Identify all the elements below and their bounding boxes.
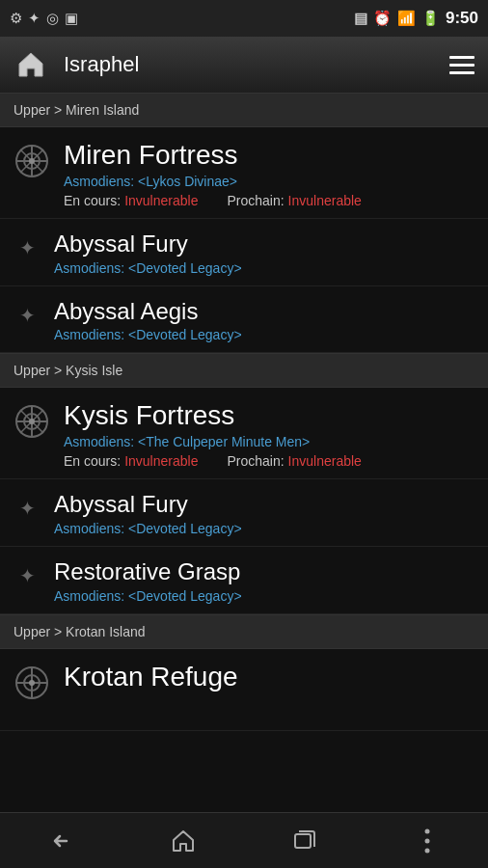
item-title: Abyssal Fury	[54, 491, 474, 519]
menu-button[interactable]	[449, 56, 474, 74]
section-label-krotan: Upper > Krotan Island	[14, 624, 146, 639]
next-value: Invulnerable	[288, 453, 362, 469]
status-value: Invulnerable	[124, 193, 198, 208]
item-content: Miren Fortress Asmodiens: <Lykos Divinae…	[64, 141, 474, 208]
item-content: Restorative Grasp Asmodiens: <Devoted Le…	[54, 558, 474, 604]
circle-icon: ◎	[46, 10, 59, 27]
item-icon: ✦	[14, 302, 41, 329]
fortress-icon	[14, 403, 50, 440]
next-label: Prochain:	[227, 193, 284, 208]
image-icon: ▣	[65, 10, 78, 27]
status-icons-right: ▤ ⏰ 📶 🔋 9:50	[354, 9, 478, 28]
item-content: Abyssal Fury Asmodiens: <Devoted Legacy>	[54, 231, 474, 276]
svg-point-20	[424, 828, 429, 833]
item-status-row: En cours: Invulnerable Prochain: Invulne…	[64, 453, 474, 469]
section-label-kysis: Upper > Kysis Isle	[14, 363, 122, 378]
alarm-icon: ⏰	[373, 10, 392, 27]
item-content: Kysis Fortress Asmodiens: <The Culpeper …	[64, 401, 474, 469]
svg-point-6	[29, 158, 35, 164]
status-value: Invulnerable	[124, 453, 198, 469]
item-subtitle: Asmodiens: <Devoted Legacy>	[54, 260, 474, 276]
item-icon: ✦	[14, 562, 41, 589]
list-item[interactable]: Miren Fortress Asmodiens: <Lykos Divinae…	[0, 127, 488, 219]
svg-point-18	[29, 680, 35, 686]
svg-rect-19	[295, 834, 311, 848]
item-title: Miren Fortress	[64, 141, 474, 171]
svg-point-13	[29, 419, 35, 424]
item-title: Abyssal Fury	[54, 231, 474, 258]
item-subtitle: Asmodiens: <Devoted Legacy>	[54, 327, 474, 342]
section-label-miren: Upper > Miren Island	[14, 102, 139, 118]
list-item[interactable]: ✦ Abyssal Fury Asmodiens: <Devoted Legac…	[0, 479, 488, 547]
section-header-kysis: Upper > Kysis Isle	[0, 353, 488, 388]
item-icon: ✦	[14, 495, 41, 522]
status-label: En cours:	[64, 453, 121, 469]
status-label: En cours:	[64, 193, 121, 208]
item-status-row: En cours: Invulnerable Prochain: Invulne…	[64, 193, 474, 208]
status-time: 9:50	[446, 9, 478, 28]
usb2-icon: ✦	[28, 10, 41, 27]
item-title: Krotan Refuge	[64, 663, 474, 692]
signal-icon: 📶	[397, 10, 416, 27]
item-title: Restorative Grasp	[54, 558, 474, 586]
item-subtitle: Asmodiens: <Lykos Divinae>	[64, 174, 474, 189]
recent-apps-button[interactable]	[244, 813, 366, 868]
home-nav-button[interactable]	[122, 813, 245, 868]
svg-point-22	[424, 848, 429, 853]
main-content: Upper > Miren Island Miren Fortress Asmo…	[0, 93, 488, 812]
item-content: Abyssal Aegis Asmodiens: <Devoted Legacy…	[54, 298, 474, 343]
list-item[interactable]: Krotan Refuge	[0, 649, 488, 731]
list-item[interactable]: ✦ Restorative Grasp Asmodiens: <Devoted …	[0, 547, 488, 614]
fortress-icon	[14, 143, 50, 179]
item-subtitle: Asmodiens: <The Culpeper Minute Men>	[64, 434, 474, 449]
next-value: Invulnerable	[288, 193, 362, 208]
item-content: Krotan Refuge	[64, 663, 474, 692]
list-item[interactable]: Kysis Fortress Asmodiens: <The Culpeper …	[0, 388, 488, 479]
app-bar-title: Israphel	[64, 52, 434, 77]
svg-point-21	[424, 838, 429, 843]
plus-icon: ✦	[19, 564, 36, 587]
item-title: Abyssal Aegis	[54, 298, 474, 326]
list-item[interactable]: ✦ Abyssal Aegis Asmodiens: <Devoted Lega…	[0, 286, 488, 354]
status-bar: ⚙ ✦ ◎ ▣ ▤ ⏰ 📶 🔋 9:50	[0, 0, 488, 37]
fortress-icon	[14, 665, 50, 701]
item-content: Abyssal Fury Asmodiens: <Devoted Legacy>	[54, 491, 474, 536]
item-subtitle: Asmodiens: <Devoted Legacy>	[54, 588, 474, 604]
home-button[interactable]	[14, 47, 48, 82]
plus-icon: ✦	[19, 304, 36, 327]
item-subtitle: Asmodiens: <Devoted Legacy>	[54, 521, 474, 536]
plus-icon: ✦	[19, 236, 36, 259]
usb-icon: ⚙	[10, 10, 22, 27]
item-title: Kysis Fortress	[64, 401, 474, 431]
item-icon: ✦	[14, 234, 41, 261]
battery-icon: 🔋	[421, 10, 440, 27]
back-button[interactable]	[0, 813, 122, 868]
plus-icon: ✦	[19, 497, 36, 520]
list-item[interactable]: ✦ Abyssal Fury Asmodiens: <Devoted Legac…	[0, 219, 488, 286]
app-bar: Israphel	[0, 37, 488, 93]
section-header-krotan: Upper > Krotan Island	[0, 614, 488, 649]
sim-icon: ▤	[354, 10, 367, 27]
bottom-nav	[0, 812, 488, 868]
more-options-button[interactable]	[366, 813, 489, 868]
section-header-miren: Upper > Miren Island	[0, 93, 488, 127]
status-icons-left: ⚙ ✦ ◎ ▣	[10, 10, 78, 27]
next-label: Prochain:	[227, 453, 284, 469]
